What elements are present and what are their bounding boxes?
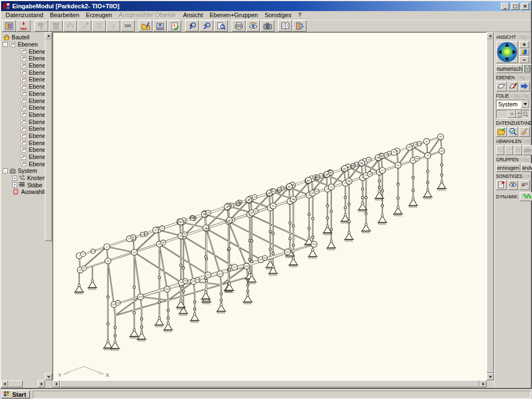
tree-item-auswahlliste[interactable]: Auswahlliste <box>1 188 45 196</box>
canvas-vertical-scrollbar[interactable] <box>487 32 494 380</box>
zoom-window-icon <box>217 22 226 30</box>
tree-item-bauteil[interactable]: Bauteil <box>1 34 45 41</box>
view-rotate-control[interactable] <box>496 41 518 63</box>
levels-button[interactable] <box>2 20 16 32</box>
tree-expander[interactable]: - <box>3 42 8 47</box>
plane-edit-button[interactable] <box>508 81 519 91</box>
tree-item-ebene-3[interactable]: Ebene 3 <box>1 62 45 69</box>
tree-item-ebene-7[interactable]: Ebene 7 <box>1 90 45 98</box>
tree-item-st-be[interactable]: +Stäbe <box>1 181 45 188</box>
folie-combobox[interactable]: System <box>496 100 530 109</box>
pages-button[interactable] <box>496 180 507 190</box>
svg-text:X: X <box>106 372 109 378</box>
state-load-button[interactable] <box>496 127 507 137</box>
iso-view-button[interactable] <box>519 49 529 56</box>
canvas-horizontal-scrollbar[interactable] <box>53 380 487 388</box>
tree-item-ebene-5[interactable]: Ebene 5 <box>1 76 45 83</box>
display-options-button[interactable] <box>508 180 519 190</box>
plane-next-button[interactable] <box>519 81 530 91</box>
menu-item-0[interactable]: Datenzustand <box>2 12 47 18</box>
minimize-button[interactable]: _ <box>501 3 509 10</box>
tree-item-ebene-13[interactable]: Ebene 13 <box>1 132 45 140</box>
menu-item-4[interactable]: Ansicht <box>180 12 206 18</box>
svg-text:89: 89 <box>311 192 314 195</box>
menu-item-2[interactable]: Erzeugen <box>83 12 115 18</box>
rotate-left-icon[interactable] <box>498 50 502 54</box>
tree-item-ebene-9[interactable]: Ebene 9 <box>1 104 45 111</box>
menu-item-5[interactable]: Ebenen+Gruppen <box>206 12 261 18</box>
menu-item-6[interactable]: Sonstiges <box>261 12 294 18</box>
tree-item-ebene-6[interactable]: Ebene 6 <box>1 83 45 90</box>
drawing-canvas[interactable]: 1234567891011121314151617181920212223242… <box>53 32 487 380</box>
svg-text:135: 135 <box>316 176 320 178</box>
svg-text:106: 106 <box>196 279 200 282</box>
save-view-button[interactable] <box>523 64 531 73</box>
measure-button[interactable] <box>153 20 167 32</box>
svg-text:76: 76 <box>326 188 329 191</box>
group-create-button[interactable]: erzeugen <box>496 163 520 172</box>
tree-item-label: Stäbe <box>27 182 42 188</box>
exit-button[interactable] <box>293 20 306 32</box>
zoom-out-button[interactable]: − <box>519 56 529 63</box>
start-button[interactable]: Start <box>1 390 30 398</box>
tree-item-ebene-8[interactable]: Ebene 8 <box>1 97 45 104</box>
svg-text:62: 62 <box>83 267 86 270</box>
plane-button[interactable] <box>496 81 507 91</box>
tree-expander[interactable]: + <box>12 182 17 187</box>
rotate-right-icon[interactable] <box>513 50 516 54</box>
rotate-up-icon[interactable] <box>505 43 509 47</box>
numbering-button[interactable]: 123 <box>519 180 530 190</box>
maximize-button[interactable]: □ <box>511 3 519 10</box>
svg-text:47: 47 <box>226 206 229 208</box>
tree-item-ebene-4[interactable]: Ebene 4 <box>1 69 45 76</box>
tree-item-ebene-11[interactable]: Ebene 11 <box>1 118 45 125</box>
tree-item-ebene-10[interactable]: Ebene 10 <box>1 111 45 119</box>
close-button[interactable]: × <box>521 3 529 10</box>
tree-item-ebene-15[interactable]: Ebene 15 <box>1 146 45 154</box>
menu-item-7[interactable]: ? <box>295 12 305 18</box>
folder-edit-button[interactable] <box>139 20 152 32</box>
svg-text:87: 87 <box>272 204 274 207</box>
zoom-out-button[interactable]: − <box>200 20 213 32</box>
view-button[interactable] <box>246 20 260 32</box>
norms-button[interactable]: § <box>167 20 181 32</box>
svg-text:81: 81 <box>180 234 182 237</box>
svg-text:45: 45 <box>203 213 206 216</box>
new-button[interactable]: neu <box>17 20 30 32</box>
tree-item-ebene-14[interactable]: Ebene 14 <box>1 139 45 146</box>
tree-item-ebenen[interactable]: -Ebenen <box>1 41 45 48</box>
tree-expander[interactable]: + <box>12 176 17 181</box>
tree-item-knoten[interactable]: +Knoten <box>1 175 45 182</box>
tree-item-system[interactable]: -System <box>1 167 45 175</box>
tree-item-ebene-1[interactable]: Ebene 1 <box>1 48 45 55</box>
folie-dropdown-icon[interactable] <box>521 100 529 108</box>
project-tree-panel: Bauteil-EbenenEbene 1Ebene 2Ebene 3Ebene… <box>1 32 53 388</box>
tree-expander[interactable]: - <box>3 168 8 173</box>
zoom-window-button[interactable] <box>214 20 228 32</box>
group-modify-button[interactable]: ändern <box>521 163 532 172</box>
tree-horizontal-scrollbar[interactable] <box>1 380 45 388</box>
numeric-view-button[interactable]: numerisch <box>496 64 523 73</box>
svg-text:133: 133 <box>236 202 241 204</box>
manual-button[interactable] <box>278 20 292 32</box>
state-check-button[interactable] <box>508 127 519 137</box>
svg-text:50: 50 <box>272 190 275 193</box>
svg-text:132: 132 <box>191 217 195 219</box>
tree-item-ebene-17[interactable]: Ebene 17 <box>1 160 45 167</box>
snapshot-button[interactable] <box>260 20 274 32</box>
svg-text:57: 57 <box>377 156 380 159</box>
print-button[interactable] <box>232 20 245 32</box>
tree-item-label: Ebene 6 <box>29 83 45 90</box>
state-clean-button[interactable] <box>519 127 530 137</box>
rotate-down-icon[interactable] <box>505 58 509 61</box>
svg-text:108: 108 <box>245 265 249 268</box>
zoom-in-button[interactable]: + <box>519 41 529 48</box>
tree-item-ebene-2[interactable]: Ebene 2 <box>1 55 45 62</box>
tree-item-ebene-12[interactable]: Ebene 12 <box>1 125 45 132</box>
svg-text:40: 40 <box>439 135 442 138</box>
tree-vertical-scrollbar[interactable] <box>45 32 52 380</box>
zoom-in-button[interactable]: + <box>185 20 199 32</box>
tree-item-ebene-16[interactable]: Ebene 16 <box>1 154 45 161</box>
menu-item-1[interactable]: Bearbeiten <box>47 12 83 18</box>
dynamik-button[interactable] <box>520 192 532 201</box>
